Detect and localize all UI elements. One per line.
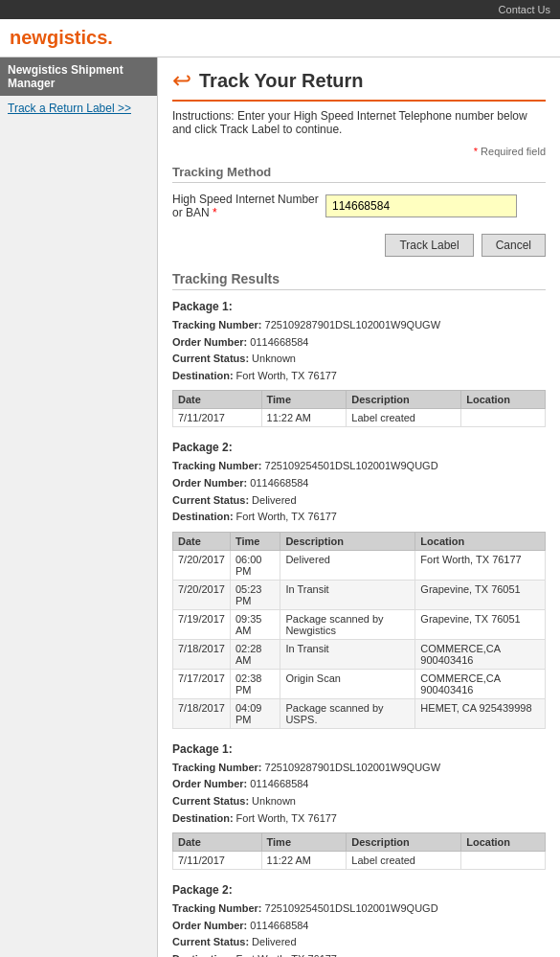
tracking-table-1: Date Time Description Location 7/20/2017… [172,532,546,729]
event-date-1-3: 7/18/2017 [173,639,231,669]
event-time-2-0: 11:22 AM [261,852,347,870]
event-time-1-4: 02:38 PM [230,669,280,698]
package-info-2: Tracking Number: 725109287901DSL102001W9… [172,760,546,827]
event-time-0-0: 11:22 AM [261,409,347,427]
package-name-1: Package 2: [172,441,546,454]
event-description-1-4: Origin Scan [280,669,415,698]
layout: Newgistics Shipment Manager Track a Retu… [0,57,560,957]
logo-accent: g [47,27,58,48]
package-info-1: Tracking Number: 725109254501DSL102001W9… [172,458,546,525]
table-row: 7/20/2017 05:23 PM In Transit Grapevine,… [173,580,546,609]
ban-input[interactable] [325,194,517,217]
table-row: 7/11/2017 11:22 AM Label created [173,852,546,870]
event-date-1-0: 7/20/2017 [173,550,231,580]
event-time-1-5: 04:09 PM [230,698,280,728]
event-time-1-0: 06:00 PM [230,550,280,580]
table-row: 7/17/2017 02:38 PM Origin Scan COMMERCE,… [173,669,546,698]
event-date-1-4: 7/17/2017 [173,669,231,698]
tracking-table-0: Date Time Description Location 7/11/2017… [172,390,546,427]
package-name-2: Package 1: [172,742,546,756]
tracking-method-section-title: Tracking Method [172,165,546,183]
form-row-ban: High Speed Internet Number or BAN * [172,193,546,219]
col-date-2: Date [173,833,262,852]
required-note: * Required field [172,146,546,157]
logo-text-main: new [10,27,47,48]
event-time-1-2: 09:35 AM [230,609,280,639]
event-time-1-1: 05:23 PM [230,580,280,609]
sidebar: Newgistics Shipment Manager Track a Retu… [0,57,158,957]
packages-container: Package 1: Tracking Number: 725109287901… [172,300,546,957]
event-location-1-0: Fort Worth, TX 76177 [415,550,546,580]
table-row: 7/18/2017 02:28 AM In Transit COMMERCE,C… [173,639,546,669]
event-location-1-1: Grapevine, TX 76051 [415,580,546,609]
package-block-2: Package 1: Tracking Number: 725109287901… [172,742,546,870]
header: newgistics. [0,19,560,57]
event-description-1-1: In Transit [280,580,415,609]
event-description-1-3: In Transit [280,639,415,669]
ban-required-star: * [213,206,217,219]
col-time-0: Time [261,391,347,409]
table-row: 7/20/2017 06:00 PM Delivered Fort Worth,… [173,550,546,580]
sidebar-title: Newgistics Shipment Manager [0,57,157,96]
package-name-0: Package 1: [172,300,546,313]
event-time-1-3: 02:28 AM [230,639,280,669]
event-date-1-2: 7/19/2017 [173,609,231,639]
package-block-1: Package 2: Tracking Number: 725109254501… [172,441,546,728]
top-bar: Contact Us [0,0,560,19]
event-description-1-2: Package scanned by Newgistics [280,609,415,639]
logo-text-rest: istics. [58,27,113,48]
tracking-results-title: Tracking Results [172,271,546,290]
sidebar-track-return-link[interactable]: Track a Return Label >> [0,96,157,121]
contact-us-link[interactable]: Contact Us [499,4,550,15]
event-location-1-4: COMMERCE,CA 900403416 [415,669,546,698]
cancel-button[interactable]: Cancel [482,234,546,257]
event-date-2-0: 7/11/2017 [173,852,262,870]
event-location-1-2: Grapevine, TX 76051 [415,609,546,639]
event-date-1-1: 7/20/2017 [173,580,231,609]
table-row: 7/18/2017 04:09 PM Package scanned by US… [173,698,546,728]
package-info-3: Tracking Number: 725109254501DSL102001W9… [172,900,546,957]
button-row: Track Label Cancel [172,234,546,257]
main-content: ↩ Track Your Return Instructions: Enter … [158,57,560,957]
col-description-1: Description [280,532,415,550]
event-location-0-0 [461,409,546,427]
event-description-1-5: Package scanned by USPS. [280,698,415,728]
col-description-0: Description [347,391,461,409]
col-time-2: Time [261,833,347,852]
event-description-2-0: Label created [347,852,461,870]
col-time-1: Time [230,532,280,550]
col-location-1: Location [415,532,546,550]
table-row: 7/11/2017 11:22 AM Label created [173,409,546,427]
col-description-2: Description [347,833,461,852]
event-location-1-3: COMMERCE,CA 900403416 [415,639,546,669]
event-description-1-0: Delivered [280,550,415,580]
ban-field-label: High Speed Internet Number or BAN * [172,193,325,219]
event-location-2-0 [461,852,546,870]
event-date-0-0: 7/11/2017 [173,409,262,427]
required-star: * [474,146,478,157]
event-description-0-0: Label created [347,409,461,427]
package-block-0: Package 1: Tracking Number: 725109287901… [172,300,546,427]
package-name-3: Package 2: [172,883,546,897]
col-location-0: Location [461,391,546,409]
instructions-text: Instructions: Enter your High Speed Inte… [172,109,546,136]
page-title: Track Your Return [199,70,364,92]
table-row: 7/19/2017 09:35 AM Package scanned by Ne… [173,609,546,639]
package-block-3: Package 2: Tracking Number: 725109254501… [172,883,546,957]
track-label-button[interactable]: Track Label [385,234,473,257]
logo: newgistics. [10,27,113,48]
event-date-1-5: 7/18/2017 [173,698,231,728]
event-location-1-5: HEMET, CA 925439998 [415,698,546,728]
package-info-0: Tracking Number: 725109287901DSL102001W9… [172,317,546,384]
col-date-1: Date [173,532,231,550]
page-header-icon: ↩ [172,67,191,94]
col-date-0: Date [173,391,262,409]
tracking-table-2: Date Time Description Location 7/11/2017… [172,832,546,870]
col-location-2: Location [461,833,546,852]
page-header: ↩ Track Your Return [172,67,546,102]
